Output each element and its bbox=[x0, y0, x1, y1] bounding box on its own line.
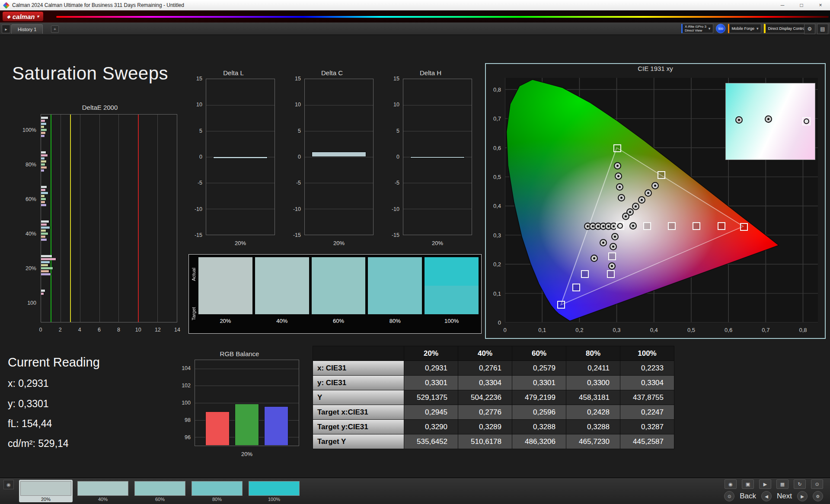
swatch-column: 40% bbox=[255, 257, 309, 333]
target-swatch bbox=[312, 286, 366, 314]
table-cell: 0,2945 bbox=[404, 405, 458, 419]
dl-y-tick: 15 bbox=[196, 76, 202, 82]
bottom-tool-icon[interactable]: ▣ bbox=[742, 479, 754, 489]
white-point-inset bbox=[725, 83, 815, 160]
rgb-gridline bbox=[195, 369, 299, 369]
meter-line2: Direct View bbox=[685, 29, 706, 32]
tab-history-1[interactable]: History 1 bbox=[11, 24, 43, 34]
actual-row-label: Actual bbox=[189, 255, 198, 294]
app-logo-icon bbox=[3, 2, 10, 9]
layout-panel-icon[interactable]: ▤ bbox=[817, 24, 828, 34]
pattern-source-button[interactable]: Mobile Forge ▾ bbox=[728, 24, 761, 33]
bottom-tool-icon[interactable]: ▶ bbox=[759, 479, 771, 489]
bottom-tool-icon[interactable]: ⊙ bbox=[811, 479, 823, 489]
deltae-bar bbox=[41, 204, 47, 206]
swatch-column: 80% bbox=[368, 257, 422, 333]
reading-cdm2: cd/m²: 529,14 bbox=[8, 438, 69, 450]
delta-c-plot-area bbox=[304, 79, 374, 235]
target-point bbox=[607, 270, 615, 278]
bottom-tool-icon[interactable]: ▦ bbox=[776, 479, 788, 489]
rgb-y-tick: 100 bbox=[182, 400, 191, 406]
bottom-tool-icon[interactable]: ◉ bbox=[725, 479, 737, 489]
delta-c-chart: Delta C 151050-5-10-15 20% bbox=[289, 68, 375, 250]
table-column-header: 20% bbox=[404, 346, 458, 360]
dc-gridline bbox=[305, 157, 373, 157]
cie-y-tick: 0,1 bbox=[493, 290, 501, 297]
swatch-column: 100% bbox=[425, 257, 479, 333]
patch-thumbnail[interactable]: 100% bbox=[247, 480, 301, 502]
dc-y-tick: 15 bbox=[295, 76, 301, 82]
measured-point bbox=[638, 196, 645, 204]
table-cell: 486,3206 bbox=[512, 434, 566, 449]
table-cell: 0,2411 bbox=[566, 361, 620, 375]
table-cell: 465,7230 bbox=[566, 434, 620, 449]
patch-count-badge[interactable]: 500 bbox=[716, 24, 725, 33]
meter-button[interactable]: X-Rite i1Pro 3 Direct View ▾ bbox=[681, 24, 713, 33]
cie-1931-panel[interactable]: CIE 1931 xy 00,10,20, bbox=[485, 63, 826, 339]
patch-thumbnail[interactable]: 40% bbox=[76, 480, 130, 502]
table-column-header: 40% bbox=[458, 346, 512, 360]
deltae-bar bbox=[41, 192, 48, 194]
minimize-button[interactable]: ─ bbox=[773, 0, 792, 10]
patch-thumbnail-swatch bbox=[20, 481, 71, 496]
deltae-bar bbox=[41, 239, 47, 241]
table-row-label: y: CIE31 bbox=[313, 376, 404, 390]
deltae-x-tick: 10 bbox=[135, 327, 141, 333]
patch-thumbnail[interactable]: 60% bbox=[133, 480, 187, 502]
patch-thumbnail[interactable]: 80% bbox=[190, 480, 244, 502]
bottom-bar: ◉ 20%40%60%80%100% ◉▣▶▦↻⊙ ⊙ Back ◀ Next … bbox=[0, 478, 830, 504]
deltae-bar bbox=[41, 163, 45, 166]
gear-icon[interactable]: ⚙ bbox=[804, 24, 815, 34]
dl-gridline bbox=[206, 183, 275, 183]
calman-logo-menu[interactable]: ◆ calman ▾ bbox=[3, 12, 43, 21]
deltae-bar bbox=[41, 132, 46, 134]
dl-gridline bbox=[206, 209, 275, 209]
deltae-ref-line bbox=[51, 115, 51, 322]
table-row-label: Target Y bbox=[313, 434, 404, 449]
delta-l-chart: Delta L 151050-5-10-15 20% bbox=[190, 68, 277, 250]
collapse-panel-button[interactable]: ▸ bbox=[2, 25, 10, 33]
rgb-gridline bbox=[195, 386, 299, 386]
close-button[interactable]: × bbox=[811, 0, 830, 10]
deltae-x-tick: 2 bbox=[59, 327, 62, 333]
next-arrow-icon[interactable]: ▶ bbox=[797, 491, 808, 501]
table-row-label: Target y:CIE31 bbox=[313, 420, 404, 434]
table-corner-cell bbox=[313, 346, 404, 360]
calman-window: Calman 2024 Calman Ultimate for Business… bbox=[0, 0, 830, 504]
patch-thumbnails: 20%40%60%80%100% bbox=[19, 480, 301, 502]
current-reading-title: Current Reading bbox=[8, 355, 100, 370]
whitepoint-marker bbox=[802, 117, 811, 125]
deltae-bar bbox=[41, 120, 45, 122]
deltae-bar bbox=[41, 220, 49, 223]
display-control-label: Direct Display Control bbox=[768, 26, 805, 31]
back-arrow-icon[interactable]: ◀ bbox=[761, 491, 772, 501]
dl-gridline bbox=[206, 131, 275, 131]
rgb-bar-green bbox=[235, 404, 259, 446]
deltae-group-label: 40% bbox=[26, 231, 36, 237]
add-tab-button[interactable]: + bbox=[51, 26, 59, 33]
measurement-table: 20%40%60%80%100%x: CIE310,29310,27610,25… bbox=[313, 346, 674, 449]
patch-thumbnail[interactable]: 20% bbox=[19, 480, 73, 502]
dc-gridline bbox=[305, 131, 373, 131]
measured-point bbox=[629, 222, 637, 230]
patch-thumbnail-swatch bbox=[192, 481, 243, 496]
target-point bbox=[643, 222, 651, 230]
bottom-tool-icon[interactable]: ↻ bbox=[794, 479, 806, 489]
back-button[interactable]: Back bbox=[740, 492, 756, 501]
dl-y-tick: 5 bbox=[199, 128, 202, 134]
rgb-y-tick: 104 bbox=[182, 365, 191, 371]
mute-icon[interactable]: ⊙ bbox=[724, 491, 734, 501]
swatch-column: 20% bbox=[198, 257, 252, 333]
next-button[interactable]: Next bbox=[777, 492, 792, 501]
dh-gridline bbox=[403, 131, 472, 131]
reading-x: x: 0,2931 bbox=[8, 378, 49, 389]
deltae-gridline bbox=[177, 115, 177, 322]
gear-icon[interactable]: ⚙ bbox=[813, 491, 823, 501]
dh-y-tick: -15 bbox=[392, 232, 399, 238]
maximize-button[interactable]: □ bbox=[792, 0, 811, 10]
cie-x-tick: 0,5 bbox=[687, 327, 695, 333]
eye-icon[interactable]: ◉ bbox=[3, 480, 14, 489]
table-cell: 437,8755 bbox=[620, 390, 674, 405]
rgb-bar-blue bbox=[264, 406, 288, 446]
deltae-bar bbox=[41, 290, 45, 292]
